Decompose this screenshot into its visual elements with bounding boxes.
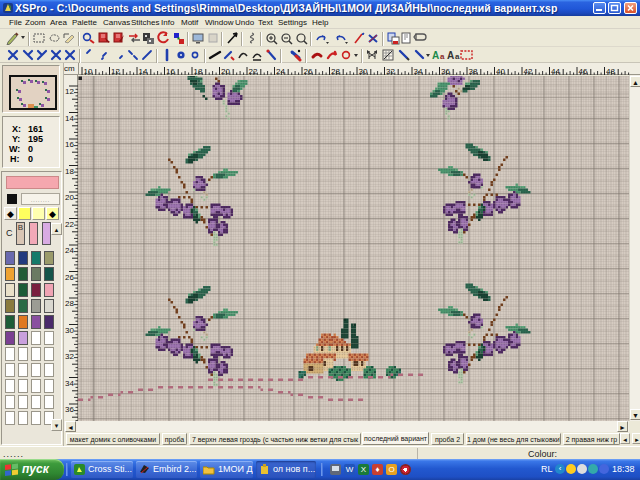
svg-text:22: 22 — [65, 220, 74, 229]
svg-text:28: 28 — [65, 299, 74, 308]
svg-text:18: 18 — [65, 167, 74, 176]
svg-text:24: 24 — [65, 246, 74, 255]
svg-text:20: 20 — [65, 193, 74, 202]
svg-text:A: A — [432, 50, 439, 61]
svg-text:32: 32 — [65, 352, 74, 361]
svg-text:a: a — [440, 52, 445, 61]
svg-text:16: 16 — [65, 140, 74, 149]
svg-text:30: 30 — [65, 326, 74, 335]
svg-text:34: 34 — [65, 379, 74, 388]
svg-text:26: 26 — [65, 273, 74, 282]
svg-text:36: 36 — [65, 405, 74, 414]
svg-text:A: A — [447, 50, 454, 61]
svg-text:12: 12 — [65, 87, 74, 96]
svg-text:14: 14 — [65, 114, 74, 123]
